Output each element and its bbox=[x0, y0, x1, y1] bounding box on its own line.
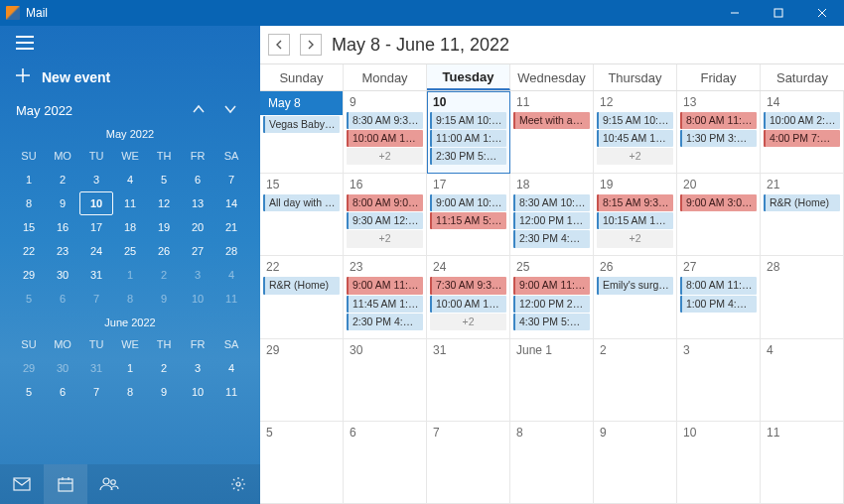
mini-day[interactable]: 14 bbox=[214, 191, 248, 215]
day-cell[interactable]: 10 bbox=[677, 422, 761, 504]
calendar-event[interactable]: 10:00 AM 12:00 P bbox=[347, 130, 423, 147]
calendar-event[interactable]: 9:00 AM 11:00 AM bbox=[513, 277, 590, 294]
mini-day[interactable]: 8 bbox=[113, 380, 147, 404]
mini-day[interactable]: 9 bbox=[147, 380, 181, 404]
calendar-event[interactable]: 9:30 AM 12:00 PM bbox=[347, 212, 423, 229]
mini-day[interactable]: 6 bbox=[46, 380, 79, 404]
calendar-event[interactable]: 11:00 AM 1:00 PM bbox=[430, 130, 506, 147]
mail-button[interactable] bbox=[0, 464, 44, 504]
calendar-event[interactable]: 8:15 AM 9:30 AM bbox=[597, 194, 673, 211]
calendar-event[interactable]: 1:30 PM 3:00 PM bbox=[680, 130, 757, 147]
mini-day[interactable]: 18 bbox=[113, 215, 147, 239]
calendar-event[interactable]: 7:30 AM 9:30 AM bbox=[430, 277, 506, 294]
day-cell[interactable]: 4 bbox=[761, 339, 844, 422]
calendar-event[interactable]: 11:45 AM 1:30 PM bbox=[347, 296, 423, 313]
calendar-event[interactable]: 12:00 PM 2:00 PM bbox=[513, 296, 590, 313]
day-cell[interactable]: 30 bbox=[344, 339, 427, 422]
day-cell[interactable]: 198:15 AM 9:30 AM10:15 AM 12:00 P+2 bbox=[594, 174, 677, 256]
day-cell[interactable]: 21R&R (Home) bbox=[761, 174, 844, 256]
mini-day[interactable]: 10 bbox=[181, 287, 214, 311]
calendar-event[interactable]: 9:00 AM 3:00 PM bbox=[680, 194, 757, 211]
calendar-event[interactable]: 2:30 PM 4:00 PM bbox=[347, 314, 423, 330]
calendar-event[interactable]: 9:00 AM 10:00 AM bbox=[430, 194, 506, 211]
mini-day[interactable]: 10 bbox=[181, 380, 214, 404]
calendar-event[interactable]: 11:15 AM 5:00 PM bbox=[430, 212, 506, 229]
day-cell[interactable]: 11Meet with archit… bbox=[510, 91, 594, 174]
calendar-event[interactable]: 2:30 PM 4:45 PM bbox=[513, 230, 590, 247]
day-cell[interactable]: 2 bbox=[594, 339, 677, 422]
mini-day[interactable]: 5 bbox=[12, 287, 46, 311]
calendar-event[interactable]: 9:15 AM 10:30 AM bbox=[430, 112, 506, 129]
mini-day[interactable]: 25 bbox=[113, 239, 147, 263]
mini-day[interactable]: 5 bbox=[12, 380, 46, 404]
calendar-event[interactable]: Vegas Baby (Las… bbox=[263, 116, 340, 133]
mini-day[interactable]: 5 bbox=[147, 168, 181, 191]
mini-day[interactable]: 24 bbox=[79, 239, 113, 263]
calendar-event[interactable]: 10:00 AM 2:00 PM bbox=[764, 112, 840, 129]
next-month-button[interactable] bbox=[214, 103, 246, 118]
mini-day[interactable]: 10 bbox=[79, 191, 113, 215]
hamburger-button[interactable] bbox=[0, 26, 260, 63]
mini-day[interactable]: 31 bbox=[79, 263, 113, 287]
mini-day[interactable]: 8 bbox=[113, 287, 147, 311]
mini-day[interactable]: 31 bbox=[79, 356, 113, 380]
calendar-event[interactable]: 1:00 PM 4:00 PM bbox=[680, 296, 757, 313]
mini-day[interactable]: 16 bbox=[46, 215, 79, 239]
mini-day[interactable]: 11 bbox=[214, 380, 248, 404]
mini-day[interactable]: 17 bbox=[79, 215, 113, 239]
mini-day[interactable]: 6 bbox=[181, 168, 214, 191]
close-button[interactable] bbox=[800, 0, 844, 26]
range-prev-button[interactable] bbox=[268, 34, 290, 56]
mini-day[interactable]: 3 bbox=[181, 263, 214, 287]
more-events-indicator[interactable]: +2 bbox=[430, 314, 506, 330]
calendar-event[interactable]: All day with the k… bbox=[263, 194, 340, 211]
calendar-event[interactable]: 9:15 AM 10:15 AM bbox=[597, 112, 673, 129]
calendar-event[interactable]: 10:15 AM 12:00 P bbox=[597, 212, 673, 229]
calendar-event[interactable]: 8:00 AM 11:00 AM bbox=[680, 112, 757, 129]
settings-button[interactable] bbox=[216, 464, 260, 504]
day-cell[interactable]: 11 bbox=[761, 422, 844, 504]
day-cell[interactable]: 98:30 AM 9:30 AM10:00 AM 12:00 P+2 bbox=[344, 91, 427, 174]
day-cell[interactable]: 28 bbox=[761, 256, 844, 338]
mini-day[interactable]: 28 bbox=[214, 239, 248, 263]
calendar-event[interactable]: 10:00 AM 12:00 P bbox=[430, 296, 506, 313]
day-cell[interactable]: 26Emily's surgery (… bbox=[594, 256, 677, 338]
mini-day[interactable]: 9 bbox=[46, 191, 79, 215]
calendar-event[interactable]: R&R (Home) bbox=[263, 277, 340, 294]
mini-day[interactable]: 29 bbox=[12, 263, 46, 287]
day-cell[interactable]: 1410:00 AM 2:00 PM4:00 PM 7:00 PM bbox=[761, 91, 844, 174]
mini-day[interactable]: 7 bbox=[79, 287, 113, 311]
day-cell[interactable]: 247:30 AM 9:30 AM10:00 AM 12:00 P+2 bbox=[427, 256, 510, 338]
mini-day[interactable]: 4 bbox=[113, 168, 147, 191]
mini-day[interactable]: 7 bbox=[79, 380, 113, 404]
maximize-button[interactable] bbox=[757, 0, 800, 26]
day-cell[interactable]: 15All day with the k… bbox=[260, 174, 344, 256]
mini-day[interactable]: 22 bbox=[12, 239, 46, 263]
calendar-event[interactable]: Meet with archit… bbox=[513, 112, 590, 129]
more-events-indicator[interactable]: +2 bbox=[597, 230, 673, 247]
calendar-event[interactable]: 4:30 PM 5:45 PM bbox=[513, 314, 590, 330]
day-cell[interactable]: 209:00 AM 3:00 PM bbox=[677, 174, 761, 256]
mini-day[interactable]: 8 bbox=[12, 191, 46, 215]
day-cell[interactable]: 259:00 AM 11:00 AM12:00 PM 2:00 PM4:30 P… bbox=[510, 256, 594, 338]
day-cell[interactable]: 7 bbox=[427, 422, 510, 504]
mini-day[interactable]: 7 bbox=[214, 168, 248, 191]
mini-day[interactable]: 9 bbox=[147, 287, 181, 311]
people-button[interactable] bbox=[87, 464, 131, 504]
mini-day[interactable]: 12 bbox=[147, 191, 181, 215]
calendar-event[interactable]: Emily's surgery (… bbox=[597, 277, 673, 294]
mini-day[interactable]: 19 bbox=[147, 215, 181, 239]
mini-day[interactable]: 15 bbox=[12, 215, 46, 239]
mini-day[interactable]: 11 bbox=[214, 287, 248, 311]
calendar-event[interactable]: 10:45 AM 12:00 P bbox=[597, 130, 673, 147]
mini-day[interactable]: 27 bbox=[181, 239, 214, 263]
day-cell[interactable]: 168:00 AM 9:00 AM9:30 AM 12:00 PM+2 bbox=[344, 174, 427, 256]
day-cell[interactable]: May 8Vegas Baby (Las… bbox=[260, 91, 344, 174]
more-events-indicator[interactable]: +2 bbox=[597, 148, 673, 165]
day-cell[interactable]: 188:30 AM 10:30 AM12:00 PM 1:30 PM2:30 P… bbox=[510, 174, 594, 256]
prev-month-button[interactable] bbox=[183, 103, 214, 118]
mini-day[interactable]: 4 bbox=[214, 263, 248, 287]
mini-day[interactable]: 2 bbox=[147, 356, 181, 380]
mini-day[interactable]: 21 bbox=[214, 215, 248, 239]
day-cell[interactable]: 29 bbox=[260, 339, 344, 422]
